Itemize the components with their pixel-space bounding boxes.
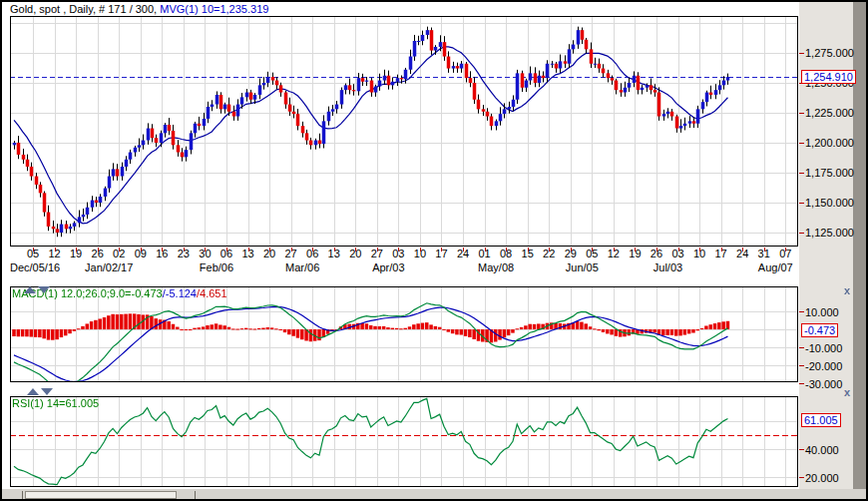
x-axis-tick [485, 248, 486, 251]
scrollbar-tick [22, 491, 23, 499]
macd-header-histogram-value: /4.651 [197, 287, 227, 299]
x-axis-tick [441, 248, 442, 251]
macd-axis-label: -20.000 [805, 360, 842, 372]
x-axis-tick [162, 248, 163, 251]
macd-panel-move-up-arrow[interactable] [24, 286, 36, 293]
macd-value-label: -0.473 [801, 323, 838, 337]
x-axis-tick [463, 248, 464, 251]
x-axis-month-label: Jan/02/17 [74, 261, 144, 273]
chart-title-mvg-value: MVG(1) 10=1,235.319 [160, 3, 268, 15]
x-axis-tick [721, 248, 722, 251]
x-axis-tick [528, 248, 529, 251]
macd-axis-label: -10.000 [805, 342, 842, 354]
x-axis-tick [377, 248, 378, 251]
rsi-header-value: RSI(1) 14=61.005 [12, 397, 99, 409]
chart-window: Gold, spot , Daily, # 171 / 300, MVG(1) … [0, 0, 868, 501]
x-axis-tick [33, 248, 34, 251]
x-axis-tick [334, 248, 335, 251]
rsi-panel-canvas[interactable] [10, 396, 798, 487]
rsi-axis-label: 40.000 [805, 444, 839, 456]
main-axis-label: 1,150.000 [805, 197, 854, 209]
macd-axis-tick [799, 383, 804, 384]
rsi-axis-label: 20.000 [805, 472, 839, 484]
macd-axis-label: 10.000 [805, 306, 839, 318]
x-axis-tick [205, 248, 206, 251]
x-axis-tick [355, 248, 356, 251]
x-axis-tick [614, 248, 615, 251]
x-axis-tick [248, 248, 249, 251]
chart-title: Gold, spot , Daily, # 171 / 300, MVG(1) … [10, 3, 268, 15]
chart-title-instrument: Gold, spot , Daily, # 171 / 300, [10, 3, 160, 15]
x-axis-month-label: Feb/06 [182, 261, 251, 273]
macd-panel-close-icon[interactable]: x [844, 284, 850, 296]
macd-axis-label: -30.000 [805, 378, 842, 390]
x-axis-month-label: Jul/03 [634, 261, 703, 273]
x-axis-tick [549, 248, 550, 251]
x-axis-month-label: Mar/06 [267, 261, 337, 273]
price-chart-canvas[interactable] [10, 16, 798, 247]
rsi-value-label: 61.005 [801, 413, 841, 427]
main-axis-label: 1,275.000 [805, 47, 854, 59]
x-axis-tick [764, 248, 765, 251]
last-price-label: 1,254.910 [801, 70, 856, 84]
x-axis-tick [98, 248, 99, 251]
x-axis-tick [119, 248, 120, 251]
x-axis-tick [141, 248, 142, 251]
x-axis-month-label: May/08 [461, 261, 531, 273]
main-axis-tick [799, 233, 804, 234]
x-axis-tick [699, 248, 700, 251]
x-axis-tick [420, 248, 421, 251]
macd-panel-canvas[interactable] [10, 286, 798, 382]
rsi-axis-tick [799, 477, 804, 478]
macd-panel-move-down-arrow[interactable] [38, 286, 50, 293]
x-axis-tick [55, 248, 56, 251]
scrollbar-tick [195, 491, 196, 499]
x-axis-tick [398, 248, 399, 251]
main-axis-tick [799, 113, 804, 114]
rsi-panel-close-icon[interactable]: x [844, 386, 850, 398]
main-axis-label: 1,125.000 [805, 227, 854, 239]
x-axis-month-label: Aug/07 [740, 261, 810, 273]
x-axis-month-label: Dec/05/16 [10, 261, 80, 273]
x-axis-tick [571, 248, 572, 251]
main-axis-tick [799, 173, 804, 174]
x-axis-tick [184, 248, 185, 251]
rsi-axis-tick [799, 449, 804, 450]
macd-header-signal-value: /-5.124 [163, 287, 197, 299]
macd-axis-tick [799, 311, 804, 312]
x-axis-tick [635, 248, 636, 251]
x-axis-tick [678, 248, 679, 251]
x-axis-month-label: Apr/03 [353, 261, 423, 273]
main-axis-label: 1,200.000 [805, 137, 854, 149]
x-axis-tick [76, 248, 77, 251]
macd-axis-tick [799, 365, 804, 366]
x-axis-tick [269, 248, 270, 251]
macd-axis-tick [799, 347, 804, 348]
rsi-panel-move-up-arrow[interactable] [27, 388, 39, 395]
x-axis-tick [226, 248, 227, 251]
x-axis-tick [592, 248, 593, 251]
x-axis-tick [785, 248, 786, 251]
rsi-panel-move-down-arrow[interactable] [41, 388, 53, 395]
main-axis-label: 1,175.000 [805, 167, 854, 179]
x-axis-tick [312, 248, 313, 251]
main-axis-tick [799, 143, 804, 144]
x-axis-tick [742, 248, 743, 251]
x-axis-tick [506, 248, 507, 251]
main-axis-tick [799, 203, 804, 204]
x-axis-tick [291, 248, 292, 251]
main-axis-tick [799, 53, 804, 54]
main-axis-label: 1,225.000 [805, 107, 854, 119]
scrollbar-thumb[interactable] [25, 491, 177, 499]
rsi-header: RSI(1) 14=61.005 [12, 397, 99, 409]
x-axis-month-label: Jun/05 [547, 261, 617, 273]
x-axis-tick [656, 248, 657, 251]
